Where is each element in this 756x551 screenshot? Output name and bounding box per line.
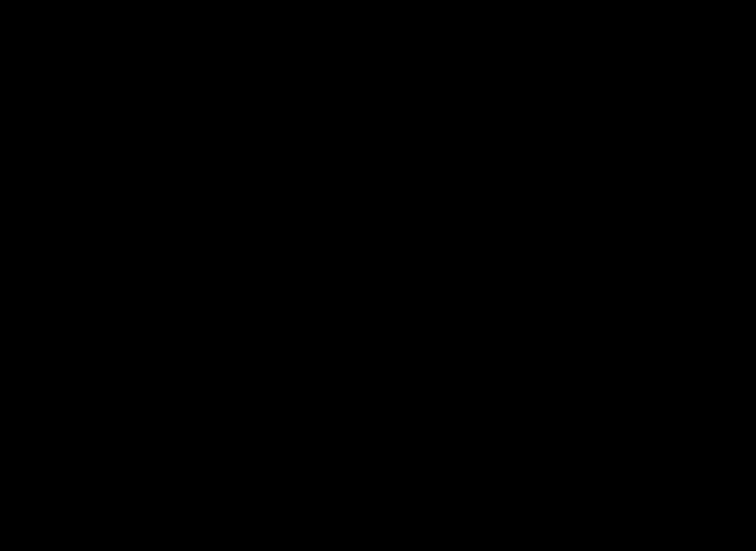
meteogram-page [0, 0, 756, 551]
chart-canvas [0, 0, 756, 551]
